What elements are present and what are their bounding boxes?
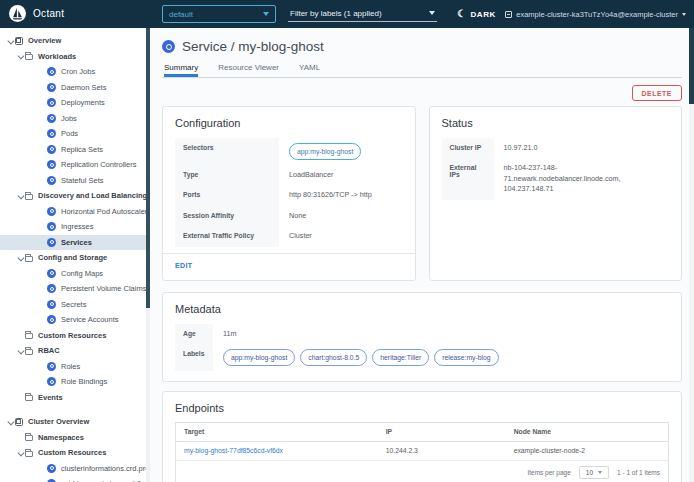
kv-row: Cluster IP 10.97.21.0 — [442, 138, 670, 158]
kv-key: Selectors — [175, 138, 279, 165]
sidebar-item-config-and-storage[interactable]: Config and Storage — [0, 250, 150, 266]
sidebar-item-config-maps[interactable]: Config Maps — [0, 266, 150, 282]
label-tag[interactable]: chart:ghost-8.0.5 — [300, 349, 367, 366]
tab-resource-viewer[interactable]: Resource Viewer — [218, 63, 279, 77]
sidebar-item-label: Service Accounts — [61, 315, 119, 324]
sidebar-item-cluster-overview[interactable]: Cluster Overview — [0, 414, 150, 430]
metadata-title: Metadata — [175, 303, 669, 315]
dark-mode-label: DARK — [470, 10, 496, 19]
sidebar-item-service-accounts[interactable]: Service Accounts — [0, 312, 150, 328]
chevron-down-icon — [429, 11, 435, 15]
folder-icon — [25, 333, 33, 339]
folder-icon — [25, 435, 33, 441]
folder-icon — [25, 194, 33, 200]
sidebar-item-cron-jobs[interactable]: Cron Jobs — [0, 64, 150, 80]
endpoint-link[interactable]: my-blog-ghost-77df85c6cd-vf6dx — [176, 442, 378, 460]
kv-key: Ports — [175, 185, 279, 205]
sidebar-item-stateful-sets[interactable]: Stateful Sets — [0, 173, 150, 189]
kv-value: None — [279, 206, 403, 226]
chevron-down-icon — [263, 12, 269, 16]
configuration-title: Configuration — [175, 117, 403, 129]
tab-bar: SummaryResource ViewerYAML — [162, 63, 682, 78]
selector-tag[interactable]: app:my-blog-ghost — [289, 143, 361, 160]
sidebar-item-jobs[interactable]: Jobs — [0, 111, 150, 127]
sidebar-item-ingresses[interactable]: Ingresses — [0, 219, 150, 235]
tab-yaml[interactable]: YAML — [299, 63, 320, 77]
sidebar-item-overview[interactable]: Overview — [0, 33, 150, 49]
sidebar-item-secrets[interactable]: Secrets — [0, 297, 150, 313]
sidebar-item-replica-sets[interactable]: Replica Sets — [0, 142, 150, 158]
app-header: Octant default Filter by labels (1 appli… — [0, 0, 694, 28]
kv-row: External IPs nb-104-237-148-71.newark.no… — [442, 158, 670, 199]
resource-icon — [47, 207, 56, 216]
resource-icon — [47, 315, 56, 324]
kv-row: Ports http 80:31626/TCP -> http — [175, 185, 403, 205]
kv-row: Labels app:my-blog-ghostchart:ghost-8.0.… — [175, 344, 669, 371]
label-tag[interactable]: app:my-blog-ghost — [223, 349, 295, 366]
chevron-down-icon[interactable] — [15, 256, 25, 261]
sidebar-item-workloads[interactable]: Workloads — [0, 49, 150, 65]
sidebar-item-csidrivers-csi-storage-k8s-io[interactable]: csidrivers.csi.storage.k8s.io — [0, 476, 150, 482]
sidebar-item-roles[interactable]: Roles — [0, 359, 150, 375]
chevron-down-icon[interactable] — [5, 420, 15, 425]
status-card: Status Cluster IP 10.97.21.0 External IP… — [429, 106, 683, 281]
sidebar-item-replication-controllers[interactable]: Replication Controllers — [0, 157, 150, 173]
cluster-context-dropdown[interactable]: example-cluster-ka3TuTzYo4a@example-clus… — [505, 0, 686, 28]
sidebar-item-namespaces[interactable]: Namespaces — [0, 430, 150, 446]
label-filter-text: Filter by labels (1 applied) — [290, 9, 382, 18]
namespace-dropdown[interactable]: default — [162, 5, 276, 23]
metadata-card: Metadata Age 11m Labels app:my-blog-ghos… — [162, 292, 682, 382]
sidebar-item-custom-resources[interactable]: Custom Resources — [0, 445, 150, 461]
resource-icon — [47, 464, 56, 473]
sidebar-item-custom-resources[interactable]: Custom Resources — [0, 328, 150, 344]
chevron-down-icon[interactable] — [15, 194, 25, 199]
sidebar-item-horizontal-pod-autoscalers[interactable]: Horizontal Pod Autoscalers — [0, 204, 150, 220]
folder-icon — [25, 54, 33, 60]
kv-value: 10.97.21.0 — [494, 138, 670, 158]
configuration-table: Selectors app:my-blog-ghost Type LoadBal… — [175, 138, 403, 247]
sidebar-item-label: Config and Storage — [38, 253, 107, 262]
kv-key: Cluster IP — [442, 138, 494, 158]
sidebar-item-persistent-volume-claims[interactable]: Persistent Volume Claims — [0, 281, 150, 297]
page-size-select[interactable]: 10 — [579, 466, 609, 479]
resource-icon — [47, 114, 56, 123]
chevron-down-icon[interactable] — [15, 451, 25, 456]
sidebar-item-deployments[interactable]: Deployments — [0, 95, 150, 111]
label-filter[interactable]: Filter by labels (1 applied) — [288, 5, 437, 22]
dark-mode-toggle[interactable]: ☾ DARK — [457, 0, 496, 28]
sidebar-item-label: RBAC — [38, 346, 60, 355]
sidebar-item-label: Services — [61, 238, 92, 247]
kv-value: 11m — [213, 324, 669, 344]
edit-link[interactable]: EDIT — [175, 262, 193, 269]
sidebar-item-rbac[interactable]: RBAC — [0, 343, 150, 359]
chevron-down-icon[interactable] — [15, 349, 25, 354]
kv-value: LoadBalancer — [279, 165, 403, 185]
items-per-page-label: Items per page — [527, 469, 570, 476]
endpoints-table-header: TargetIPNode Name — [176, 423, 668, 442]
chevron-down-icon[interactable] — [15, 54, 25, 59]
sidebar-item-discovery-and-load-balancing[interactable]: Discovery and Load Balancing — [0, 188, 150, 204]
sidebar-item-role-bindings[interactable]: Role Bindings — [0, 374, 150, 390]
tab-summary[interactable]: Summary — [164, 63, 198, 77]
main-scrollbar-thumb[interactable] — [689, 28, 694, 104]
app-logo: Octant — [9, 5, 64, 22]
sidebar-item-clusterinformations-crd-projec[interactable]: clusterinformations.crd.projec — [0, 461, 150, 477]
sidebar-item-daemon-sets[interactable]: Daemon Sets — [0, 80, 150, 96]
divider — [163, 253, 415, 254]
main-scrollbar[interactable] — [689, 28, 694, 482]
label-tag[interactable]: heritage:Tiller — [372, 349, 429, 366]
sidebar-item-label: clusterinformations.crd.projec — [61, 464, 150, 473]
label-tag[interactable]: release:my-blog — [434, 349, 498, 366]
delete-button[interactable]: DELETE — [632, 85, 682, 101]
main-content: Service / my-blog-ghost SummaryResource … — [150, 28, 694, 482]
sidebar-item-label: Replica Sets — [61, 145, 103, 154]
sidebar-item-pods[interactable]: Pods — [0, 126, 150, 142]
service-icon — [162, 40, 175, 53]
chevron-down-icon[interactable] — [5, 39, 15, 44]
kv-key: Session Affinity — [175, 206, 279, 226]
sidebar-item-events[interactable]: Events — [0, 390, 150, 406]
sidebar-item-services[interactable]: Services — [0, 235, 150, 251]
moon-icon: ☾ — [457, 9, 467, 19]
sidebar-item-label: Replication Controllers — [61, 160, 136, 169]
sidebar-item-label: Stateful Sets — [61, 176, 104, 185]
